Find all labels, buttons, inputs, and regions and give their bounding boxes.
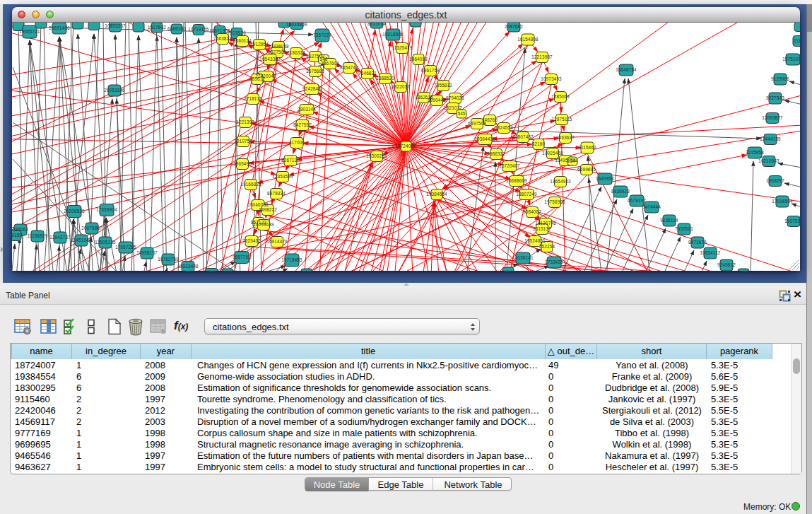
- svg-text:7632621: 7632621: [675, 226, 693, 231]
- svg-text:1965496: 1965496: [233, 161, 252, 166]
- svg-text:16033809: 16033809: [286, 23, 307, 27]
- svg-text:9129966: 9129966: [771, 76, 789, 81]
- svg-text:11156829: 11156829: [28, 233, 48, 238]
- svg-text:2687682: 2687682: [505, 24, 523, 29]
- svg-text:989612: 989612: [249, 76, 266, 81]
- svg-text:10958137: 10958137: [136, 250, 158, 255]
- svg-text:1010755: 1010755: [234, 139, 252, 144]
- svg-text:17016504: 17016504: [772, 199, 793, 204]
- svg-text:6794028: 6794028: [446, 95, 464, 100]
- svg-text:9146821: 9146821: [358, 71, 377, 76]
- svg-text:6699695: 6699695: [577, 167, 596, 172]
- svg-text:16782759: 16782759: [158, 257, 179, 262]
- svg-text:20975867: 20975867: [81, 226, 102, 230]
- svg-text:8990448: 8990448: [428, 98, 446, 103]
- svg-text:10719155: 10719155: [188, 27, 209, 32]
- svg-text:16046738: 16046738: [247, 202, 269, 207]
- svg-text:1864093: 1864093: [409, 57, 428, 62]
- svg-text:11325419: 11325419: [392, 45, 412, 50]
- svg-text:545: 545: [457, 111, 465, 116]
- svg-text:18300295: 18300295: [366, 153, 387, 158]
- svg-text:2803144: 2803144: [298, 107, 316, 112]
- svg-text:19654923: 19654923: [550, 179, 571, 184]
- svg-text:9115460: 9115460: [578, 145, 596, 150]
- svg-text:8660124: 8660124: [233, 38, 252, 43]
- svg-text:12923448: 12923448: [177, 264, 199, 269]
- svg-text:6961758: 6961758: [421, 68, 440, 73]
- svg-text:9084067: 9084067: [523, 209, 541, 214]
- svg-text:8471676: 8471676: [688, 240, 707, 245]
- svg-text:1733426: 1733426: [545, 259, 563, 264]
- svg-text:12505135: 12505135: [95, 240, 116, 245]
- svg-text:16543382: 16543382: [259, 57, 281, 62]
- svg-text:9227343: 9227343: [766, 95, 784, 100]
- svg-text:16120746: 16120746: [535, 221, 556, 226]
- svg-text:9245612: 9245612: [717, 262, 736, 267]
- svg-text:9235114: 9235114: [660, 218, 678, 223]
- svg-text:14136141: 14136141: [512, 255, 534, 260]
- svg-text:20691406: 20691406: [49, 25, 70, 30]
- svg-text:17957255: 17957255: [115, 245, 136, 250]
- svg-text:1527602: 1527602: [148, 25, 166, 30]
- svg-text:7515526: 7515526: [228, 30, 246, 35]
- svg-text:1569297: 1569297: [766, 178, 784, 183]
- svg-text:435061: 435061: [13, 227, 29, 232]
- svg-text:13524851: 13524851: [524, 238, 546, 243]
- svg-text:12353594: 12353594: [272, 174, 293, 179]
- svg-text:8813054: 8813054: [367, 23, 386, 26]
- svg-text:16648784: 16648784: [616, 67, 637, 72]
- svg-text:15718485: 15718485: [281, 257, 302, 262]
- svg-text:20053346: 20053346: [104, 88, 125, 93]
- svg-text:7485063: 7485063: [551, 94, 570, 99]
- svg-text:3575685: 3575685: [306, 69, 324, 74]
- svg-text:12093877: 12093877: [762, 115, 783, 120]
- svg-text:10973493: 10973493: [541, 76, 562, 81]
- svg-text:7663822: 7663822: [213, 36, 232, 41]
- svg-text:8186328: 8186328: [287, 50, 305, 55]
- svg-text:16210643: 16210643: [758, 158, 779, 163]
- svg-text:2718176: 2718176: [244, 96, 262, 101]
- svg-text:10853267: 10853267: [105, 23, 126, 28]
- svg-text:417006: 417006: [289, 140, 305, 145]
- svg-text:11451944: 11451944: [71, 238, 91, 243]
- svg-text:18807249: 18807249: [516, 192, 537, 197]
- svg-text:1615132: 1615132: [533, 226, 551, 231]
- svg-text:1640954: 1640954: [596, 176, 614, 181]
- svg-text:15751074: 15751074: [782, 57, 800, 62]
- svg-text:8427552: 8427552: [293, 122, 312, 127]
- svg-text:12975115: 12975115: [551, 117, 572, 122]
- svg-text:8912954: 8912954: [250, 42, 269, 47]
- svg-text:6497508: 6497508: [468, 121, 486, 126]
- svg-text:3824554: 3824554: [495, 125, 513, 130]
- svg-text:18724007: 18724007: [395, 144, 416, 148]
- svg-text:7986322: 7986322: [487, 151, 505, 156]
- svg-text:7955812: 7955812: [434, 83, 452, 88]
- svg-text:8878334: 8878334: [267, 191, 286, 196]
- svg-text:15720407: 15720407: [499, 163, 520, 168]
- svg-text:1644: 1644: [567, 158, 578, 163]
- svg-text:10807487: 10807487: [512, 134, 534, 139]
- svg-text:39159: 39159: [12, 233, 23, 238]
- svg-text:1621072: 1621072: [444, 105, 462, 110]
- svg-text:10025458: 10025458: [542, 151, 563, 156]
- svg-text:3498222: 3498222: [259, 207, 277, 212]
- svg-text:8454749: 8454749: [340, 65, 358, 70]
- svg-text:8267130: 8267130: [281, 158, 300, 163]
- svg-text:20206526: 20206526: [64, 209, 85, 214]
- svg-text:16154808: 16154808: [517, 37, 539, 42]
- svg-text:9474444: 9474444: [642, 204, 661, 209]
- svg-text:9242848: 9242848: [302, 86, 321, 91]
- svg-text:3215958: 3215958: [746, 150, 764, 155]
- svg-text:8938923: 8938923: [611, 189, 630, 194]
- svg-text:1117: 1117: [794, 38, 800, 43]
- svg-text:12213987: 12213987: [531, 54, 553, 59]
- svg-text:16914479: 16914479: [266, 239, 288, 244]
- svg-text:7357224: 7357224: [313, 33, 331, 37]
- svg-text:62160: 62160: [532, 141, 546, 146]
- svg-text:19166825: 19166825: [240, 182, 261, 187]
- svg-text:10654112: 10654112: [700, 250, 720, 255]
- svg-text:2867608: 2867608: [321, 61, 339, 66]
- svg-text:13226058: 13226058: [268, 44, 289, 49]
- svg-text:1221398: 1221398: [236, 119, 254, 124]
- svg-text:252254: 252254: [539, 244, 555, 249]
